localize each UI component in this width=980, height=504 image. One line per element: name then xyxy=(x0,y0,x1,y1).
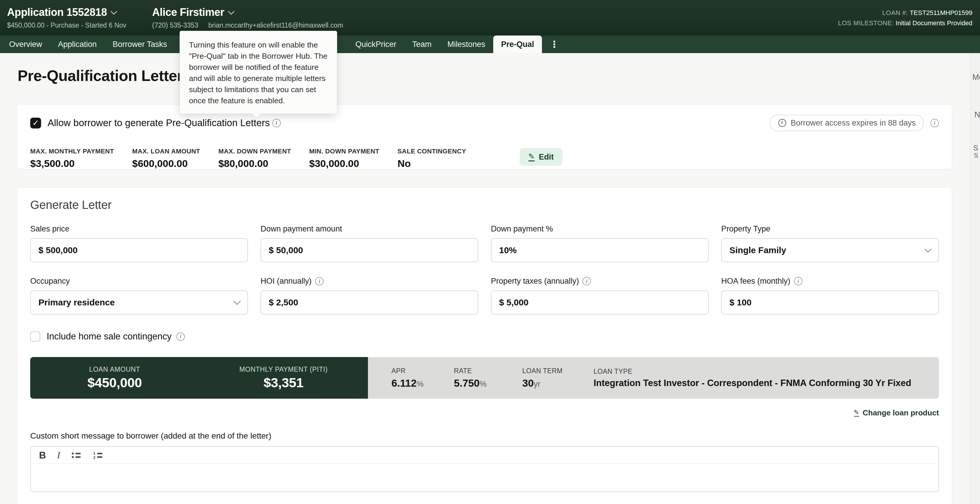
stat-max-monthly-payment: MAX. MONTHLY PAYMENT $3,500.00 xyxy=(30,148,114,169)
hoa-fees-input[interactable] xyxy=(729,297,931,307)
milestone-row: LOS MILESTONE: Initial Documents Provide… xyxy=(838,18,972,28)
stat-sale-contingency: SALE CONTINGENCY No xyxy=(398,148,466,169)
chevron-down-icon xyxy=(233,297,240,305)
info-icon[interactable]: i xyxy=(177,332,185,341)
more-tabs-kebab-icon[interactable]: ⋮ xyxy=(542,35,566,53)
right-panel-sliver xyxy=(970,53,980,504)
svg-text:1: 1 xyxy=(93,451,95,456)
property-type-select[interactable]: Single Family xyxy=(721,238,939,262)
check-icon: ✓ xyxy=(32,118,39,127)
down-payment-amount-input[interactable] xyxy=(269,245,470,255)
info-icon[interactable]: i xyxy=(582,277,591,285)
chevron-down-icon xyxy=(111,8,118,15)
loan-number-row: LOAN #: TEST2511MHP01599 xyxy=(838,8,972,18)
summary-apr: APR 6.112% xyxy=(391,367,454,389)
numbered-list-icon[interactable]: 1 2 xyxy=(93,451,103,460)
field-property-type: Property Type Single Family xyxy=(721,224,939,262)
right-panel-fragment: S xyxy=(974,152,978,159)
home-sale-contingency-label: Include home sale contingency xyxy=(47,331,172,342)
tab-bar: Overview Application Borrower Tasks Quic… xyxy=(0,35,980,53)
field-down-payment-amount: Down payment amount xyxy=(261,224,478,262)
italic-icon[interactable]: I xyxy=(57,450,60,461)
summary-loan-term: LOAN TERM 30yr xyxy=(522,367,593,389)
info-icon[interactable]: i xyxy=(794,277,802,285)
tab-milestones[interactable]: Milestones xyxy=(439,35,493,53)
chevron-down-icon xyxy=(228,8,235,15)
field-sales-price: Sales price xyxy=(30,224,248,262)
page: Application 1552818 $450,000.00 - Purcha… xyxy=(0,0,980,504)
property-taxes-input[interactable] xyxy=(499,297,700,307)
generate-letter-card: Generate Letter Sales price Down payment… xyxy=(17,188,952,504)
info-icon[interactable]: i xyxy=(272,119,281,127)
loan-number-label: LOAN #: xyxy=(882,9,908,16)
tab-quickpricer[interactable]: QuickPricer xyxy=(347,35,404,53)
tab-application[interactable]: Application xyxy=(50,35,105,53)
tab-borrower-tasks[interactable]: Borrower Tasks xyxy=(105,35,175,53)
pre-qual-feature-tooltip: Turning this feature on will enable the … xyxy=(180,31,337,114)
field-property-taxes: Property taxes (annually)i xyxy=(491,277,709,315)
app-header: Application 1552818 $450,000.00 - Purcha… xyxy=(0,0,980,35)
summary-rate: RATE 5.750% xyxy=(454,367,522,389)
pencil-icon: ✎ xyxy=(854,409,859,417)
stat-max-loan-amount: MAX. LOAN AMOUNT $600,000.00 xyxy=(132,148,200,169)
right-panel-fragment: Me xyxy=(972,73,980,82)
hoi-input[interactable] xyxy=(269,297,470,307)
home-sale-contingency-checkbox[interactable] xyxy=(30,332,40,342)
application-title: Application 1552818 xyxy=(7,6,107,19)
summary-loan-amount: LOAN AMOUNT $450,000 xyxy=(30,366,199,391)
info-icon[interactable]: i xyxy=(315,277,324,285)
expiry-text: Borrower access expires in 88 days xyxy=(791,119,916,127)
down-payment-percent-input[interactable] xyxy=(499,245,700,255)
borrower-email[interactable]: brian.mccarthy+alicefirst116@himaxwell.c… xyxy=(208,21,343,29)
page-title: Pre-Qualification Letters xyxy=(18,67,191,84)
allow-borrower-label: Allow borrower to generate Pre-Qualifica… xyxy=(48,117,270,129)
tab-team[interactable]: Team xyxy=(404,35,439,53)
field-occupancy: Occupancy Primary residence xyxy=(30,277,248,315)
bold-icon[interactable]: B xyxy=(39,450,46,461)
borrower-name: Alice Firstimer xyxy=(152,6,224,19)
application-subtitle: $450,000.00 - Purchase - Started 6 Nov xyxy=(7,21,126,29)
right-panel-fragment: N xyxy=(974,110,980,119)
borrower-switcher[interactable]: Alice Firstimer xyxy=(152,6,343,19)
tab-overview[interactable]: Overview xyxy=(1,35,50,53)
edit-limits-button[interactable]: ✎ Edit xyxy=(520,148,563,166)
field-hoi: HOI (annually)i xyxy=(261,277,478,315)
pencil-icon: ✎ xyxy=(528,153,535,161)
borrower-access-card: ✓ Allow borrower to generate Pre-Qualifi… xyxy=(17,105,952,169)
stat-min-down-payment: MIN. DOWN PAYMENT $30,000.00 xyxy=(309,148,379,169)
summary-monthly-payment: MONTHLY PAYMENT (PITI) $3,351 xyxy=(199,366,368,391)
bullet-list-icon[interactable] xyxy=(71,451,82,460)
info-icon[interactable]: i xyxy=(931,119,939,127)
borrower-phone: (720) 535-3353 xyxy=(152,21,198,29)
application-switcher[interactable]: Application 1552818 xyxy=(7,6,126,19)
allow-borrower-checkbox[interactable]: ✓ xyxy=(30,118,41,129)
clock-icon xyxy=(778,119,787,127)
chevron-down-icon xyxy=(924,245,932,253)
occupancy-select[interactable]: Primary residence xyxy=(30,291,248,315)
borrower-access-expiry-badge: Borrower access expires in 88 days xyxy=(770,115,924,131)
svg-text:2: 2 xyxy=(93,455,95,460)
change-loan-product-link[interactable]: ✎ Change loan product xyxy=(854,409,939,417)
field-down-payment-percent: Down payment % xyxy=(491,224,709,262)
loan-summary-bar: LOAN AMOUNT $450,000 MONTHLY PAYMENT (PI… xyxy=(30,357,939,399)
editor-toolbar: B I 1 2 xyxy=(31,447,938,464)
milestone-label: LOS MILESTONE: xyxy=(838,19,894,27)
stat-max-down-payment: MAX. DOWN PAYMENT $80,000.00 xyxy=(218,148,291,169)
field-hoa-fees: HOA fees (monthly)i xyxy=(721,277,939,315)
summary-loan-type: LOAN TYPE Integration Test Investor - Co… xyxy=(593,367,912,388)
custom-message-label: Custom short message to borrower (added … xyxy=(30,431,939,440)
custom-message-editor: B I 1 2 xyxy=(30,446,939,492)
right-panel-fragment: S xyxy=(973,144,978,152)
milestone-value: Initial Documents Provided xyxy=(896,19,972,27)
sales-price-input[interactable] xyxy=(38,245,240,255)
tab-pre-qual[interactable]: Pre-Qual xyxy=(493,35,542,53)
generate-letter-heading: Generate Letter xyxy=(30,198,939,211)
loan-number-value: TEST2511MHP01599 xyxy=(910,9,972,16)
custom-message-textarea[interactable] xyxy=(31,464,938,492)
